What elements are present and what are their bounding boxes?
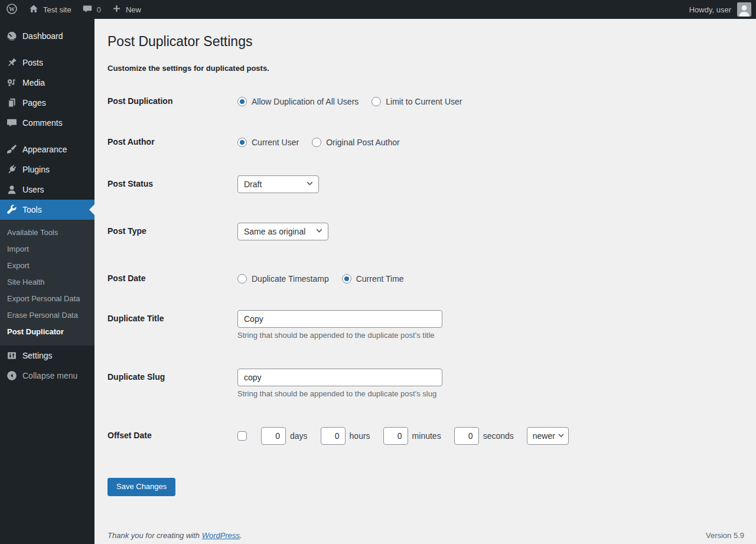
radio-label: Current Time [356, 275, 404, 283]
radio-limit-to-current-user[interactable]: Limit to Current User [372, 97, 462, 106]
post-type-value: Same as original [244, 227, 305, 236]
chevron-down-icon [557, 431, 565, 441]
collapse-menu-button[interactable]: Collapse menu [0, 366, 94, 386]
sidebar-item-label: Pages [22, 99, 46, 107]
radio-label: Allow Duplication of All Users [252, 97, 359, 106]
offset-minutes-input[interactable] [383, 427, 408, 445]
comment-bubble-icon [82, 4, 93, 16]
radio-current-time[interactable]: Current Time [342, 274, 404, 284]
submenu-item-export[interactable]: Export [0, 258, 94, 274]
offset-hours-input[interactable] [321, 427, 346, 445]
sidebar-item-posts[interactable]: Posts [0, 53, 94, 73]
save-changes-button[interactable]: Save Changes [107, 478, 175, 496]
duplicate-title-label: Duplicate Title [107, 310, 237, 340]
account-menu[interactable]: Howdy, user [684, 0, 732, 19]
pages-icon [6, 97, 18, 109]
pushpin-icon [6, 57, 18, 69]
post-status-label: Post Status [107, 175, 237, 193]
duplicate-slug-input[interactable] [237, 369, 442, 386]
sidebar-item-label: Comments [22, 119, 63, 127]
collapse-menu-label: Collapse menu [22, 372, 77, 380]
post-type-select[interactable]: Same as original [237, 223, 328, 240]
footer-version: Version 5.9 [706, 531, 744, 540]
site-name-label: Test site [43, 5, 71, 14]
sidebar-item-comments[interactable]: Comments [0, 113, 94, 133]
avatar[interactable] [737, 2, 751, 17]
menu-separator [0, 46, 94, 53]
tools-submenu: Available Tools Import Export Site Healt… [0, 220, 94, 346]
sidebar-item-pages[interactable]: Pages [0, 93, 94, 113]
sidebar-item-tools[interactable]: Tools [0, 200, 94, 220]
offset-days-input[interactable] [261, 427, 286, 445]
row-post-date: Post Date Duplicate Timestamp Current Ti… [107, 270, 744, 288]
dashboard-icon [6, 30, 18, 42]
radio-button[interactable] [237, 97, 247, 106]
wordpress-link[interactable]: WordPress [202, 531, 240, 540]
duplicate-title-description: String that should be appended to the du… [237, 331, 442, 340]
svg-text:W: W [9, 5, 15, 12]
plus-icon [112, 4, 122, 15]
sidebar-item-label: Dashboard [22, 32, 63, 40]
submenu-item-site-health[interactable]: Site Health [0, 274, 94, 291]
sidebar-item-label: Users [22, 185, 44, 194]
duplicate-title-input[interactable] [237, 310, 442, 328]
radio-button[interactable] [342, 274, 351, 284]
footer: Thank you for creating with WordPress. V… [107, 531, 744, 540]
footer-thanks-prefix: Thank you for creating with [107, 531, 202, 540]
radio-button[interactable] [372, 97, 381, 106]
row-offset-date: Offset Date days hours minutes [107, 427, 744, 445]
submenu-item-available-tools[interactable]: Available Tools [0, 224, 94, 241]
post-author-label: Post Author [107, 133, 237, 151]
comments-shortcut[interactable]: 0 [77, 0, 106, 19]
post-status-value: Draft [244, 180, 262, 189]
wordpress-logo-icon: W [6, 3, 18, 17]
new-content-menu[interactable]: New [106, 0, 146, 19]
offset-seconds-input[interactable] [454, 427, 479, 445]
sidebar-item-dashboard[interactable]: Dashboard [0, 26, 94, 46]
post-date-label: Post Date [107, 270, 237, 288]
seconds-unit-label: seconds [483, 431, 514, 441]
user-icon [6, 184, 18, 196]
sidebar-item-media[interactable]: Media [0, 73, 94, 93]
comment-icon [6, 117, 18, 129]
duplicate-slug-label: Duplicate Slug [107, 369, 237, 398]
sidebar-item-users[interactable]: Users [0, 180, 94, 200]
site-name-link[interactable]: Test site [23, 0, 77, 19]
sidebar-item-plugins[interactable]: Plugins [0, 159, 94, 180]
menu-separator [0, 133, 94, 139]
submenu-item-erase-personal-data[interactable]: Erase Personal Data [0, 307, 94, 324]
offset-date-checkbox[interactable] [237, 431, 247, 441]
chevron-down-icon [315, 226, 324, 237]
footer-thanks-suffix: . [240, 531, 242, 540]
post-duplication-label: Post Duplication [107, 93, 237, 110]
offset-date-label: Offset Date [107, 427, 237, 445]
sidebar-item-appearance[interactable]: Appearance [0, 139, 94, 159]
radio-allow-duplication-all-users[interactable]: Allow Duplication of All Users [237, 97, 359, 106]
sidebar-item-label: Tools [22, 206, 42, 214]
offset-direction-select[interactable]: newer [527, 427, 569, 445]
offset-direction-value: newer [533, 431, 555, 441]
radio-button[interactable] [237, 274, 247, 284]
row-post-status: Post Status Draft [107, 175, 744, 193]
submenu-item-post-duplicator[interactable]: Post Duplicator [0, 324, 94, 340]
sidebar-item-label: Appearance [22, 145, 67, 154]
row-post-type: Post Type Same as original [107, 223, 744, 240]
admin-sidebar: Dashboard Posts Media Pages Comments App… [0, 19, 94, 544]
radio-button[interactable] [237, 138, 247, 147]
radio-original-post-author[interactable]: Original Post Author [312, 138, 400, 147]
submenu-item-export-personal-data[interactable]: Export Personal Data [0, 291, 94, 307]
paintbrush-icon [6, 144, 18, 155]
row-duplicate-title: Duplicate Title String that should be ap… [107, 310, 744, 340]
submenu-item-import[interactable]: Import [0, 241, 94, 258]
radio-current-user[interactable]: Current User [237, 138, 299, 147]
settings-form: Post Duplication Allow Duplication of Al… [107, 93, 744, 496]
radio-button[interactable] [312, 138, 321, 147]
post-status-select[interactable]: Draft [237, 175, 319, 193]
radio-label: Duplicate Timestamp [252, 275, 329, 283]
sidebar-item-settings[interactable]: Settings [0, 346, 94, 366]
sidebar-item-label: Posts [22, 58, 43, 67]
collapse-arrow-icon [6, 370, 18, 382]
radio-duplicate-timestamp[interactable]: Duplicate Timestamp [237, 274, 329, 284]
wordpress-menu[interactable]: W [0, 0, 23, 19]
admin-bar: W Test site 0 New Howdy, user [0, 0, 756, 19]
